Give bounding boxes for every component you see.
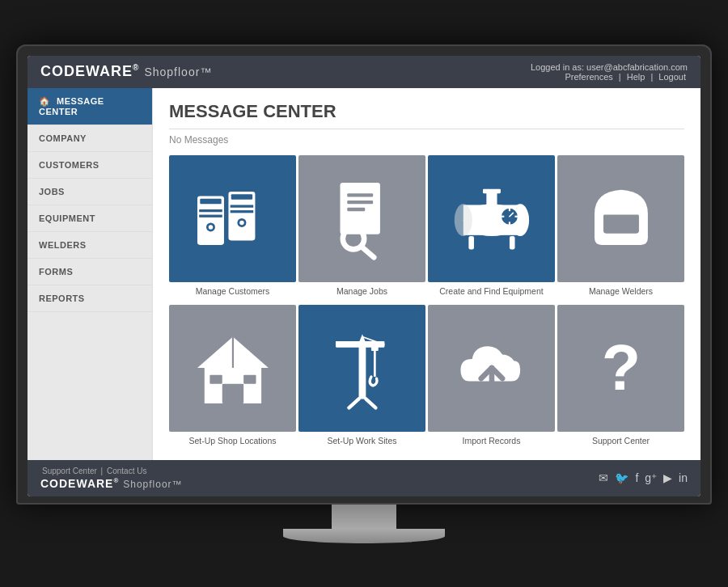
tile-label-import-records: Import Records <box>463 436 521 446</box>
svg-rect-22 <box>486 192 497 206</box>
equipment-icon <box>447 174 536 263</box>
contact-us-link[interactable]: Contact Us <box>107 467 146 475</box>
sidebar-item-equipment[interactable]: EQUIPMENT <box>28 205 152 232</box>
tile-setup-work-sites[interactable]: Set-Up Work Sites <box>298 305 425 452</box>
tile-icon-setup-shop-locations <box>169 305 296 432</box>
sidebar-item-company[interactable]: COMPANY <box>28 125 152 152</box>
svg-rect-38 <box>210 375 222 384</box>
svg-point-20 <box>454 204 472 236</box>
tile-label-manage-jobs: Manage Jobs <box>336 286 387 296</box>
svg-rect-15 <box>347 208 365 211</box>
screen-inner: CODEWARE® Shopfloor™ Logged in as: user@… <box>28 56 700 496</box>
svg-marker-47 <box>358 334 366 343</box>
help-link[interactable]: Help <box>627 72 645 82</box>
tile-label-support-center: Support Center <box>592 436 650 446</box>
tile-import-records[interactable]: Import Records <box>428 305 555 452</box>
sidebar-item-welders[interactable]: WELDERS <box>28 232 152 259</box>
tile-label-create-find-equipment: Create and Find Equipment <box>439 286 543 296</box>
shopfloor-label: Shopfloor™ <box>144 65 212 78</box>
footer-brand-name: CODEWARE <box>40 477 113 490</box>
google-plus-icon[interactable]: g⁺ <box>645 471 657 484</box>
tile-manage-welders[interactable]: Manage Welders <box>557 155 684 302</box>
tile-label-manage-welders: Manage Welders <box>589 286 653 296</box>
brand-name: CODEWARE <box>40 63 133 79</box>
footer-links: Support Center | Contact Us <box>40 467 183 475</box>
building-icon <box>188 323 277 412</box>
svg-rect-24 <box>468 236 474 249</box>
tile-icon-manage-welders <box>557 155 684 282</box>
folders-icon <box>188 174 277 263</box>
twitter-icon[interactable]: 🐦 <box>615 471 629 484</box>
svg-rect-40 <box>358 341 366 399</box>
sidebar-item-customers[interactable]: CUSTOMERS <box>28 152 152 179</box>
svg-rect-7 <box>231 194 252 200</box>
crane-icon <box>318 323 407 412</box>
tile-setup-shop-locations[interactable]: Set-Up Shop Locations <box>169 305 296 452</box>
svg-rect-23 <box>483 189 501 193</box>
svg-rect-1 <box>200 199 221 205</box>
tile-icon-import-records <box>428 305 555 432</box>
sidebar-item-forms[interactable]: FORMS <box>28 259 152 285</box>
top-right-area: Logged in as: user@abcfabrication.com Pr… <box>531 62 688 82</box>
footer-left: Support Center | Contact Us CODEWARE® Sh… <box>40 467 183 490</box>
facebook-icon[interactable]: f <box>635 471 638 484</box>
tile-support-center[interactable]: ? Support Center <box>557 305 684 452</box>
support-center-link[interactable]: Support Center <box>42 467 97 475</box>
svg-line-17 <box>361 247 373 257</box>
page-title: MESSAGE CENTER <box>169 101 684 129</box>
monitor-base <box>283 529 445 543</box>
svg-rect-32 <box>603 213 639 233</box>
preferences-link[interactable]: Preferences <box>565 72 612 82</box>
youtube-icon[interactable]: ▶ <box>663 471 672 484</box>
home-icon: 🏠 <box>39 96 51 106</box>
svg-rect-25 <box>509 236 514 249</box>
tile-icon-support-center: ? <box>557 305 684 432</box>
svg-point-9 <box>239 221 243 225</box>
top-bar: CODEWARE® Shopfloor™ Logged in as: user@… <box>28 56 700 88</box>
footer-brand: CODEWARE® Shopfloor™ <box>40 477 183 490</box>
svg-rect-43 <box>370 347 378 351</box>
svg-rect-33 <box>601 208 640 215</box>
svg-line-45 <box>349 399 358 408</box>
svg-rect-10 <box>230 205 253 208</box>
logout-link[interactable]: Logout <box>658 72 686 82</box>
svg-text:?: ? <box>601 332 640 403</box>
top-nav-links: Preferences | Help | Logout <box>531 72 688 82</box>
monitor-screen: CODEWARE® Shopfloor™ Logged in as: user@… <box>16 44 712 505</box>
svg-line-46 <box>366 399 375 408</box>
question-icon: ? <box>577 323 666 412</box>
tile-icon-manage-jobs <box>298 155 425 282</box>
footer: Support Center | Contact Us CODEWARE® Sh… <box>28 460 700 496</box>
footer-social-icons: ✉ 🐦 f g⁺ ▶ in <box>599 471 688 484</box>
svg-rect-36 <box>222 384 243 403</box>
tile-create-find-equipment[interactable]: Create and Find Equipment <box>428 155 555 302</box>
email-icon[interactable]: ✉ <box>599 471 608 484</box>
footer-shopfloor-label: Shopfloor™ <box>123 479 182 490</box>
svg-rect-5 <box>199 215 222 217</box>
tile-manage-jobs[interactable]: Manage Jobs <box>298 155 425 302</box>
sidebar-item-reports[interactable]: REPORTS <box>28 285 152 312</box>
sidebar-item-message-center[interactable]: 🏠 MESSAGE CENTER <box>28 88 152 125</box>
svg-rect-14 <box>347 201 373 204</box>
no-messages-label: No Messages <box>169 134 684 146</box>
svg-rect-42 <box>336 341 353 347</box>
main-content: MESSAGE CENTER No Messages <box>153 88 700 460</box>
tile-grid: Manage Customers <box>169 155 684 452</box>
user-email: user@abcfabrication.com <box>586 62 688 72</box>
svg-point-3 <box>208 225 212 229</box>
monitor-neck <box>332 505 396 529</box>
tile-icon-manage-customers <box>169 155 296 282</box>
linkedin-icon[interactable]: in <box>679 471 688 484</box>
sidebar-item-jobs[interactable]: JOBS <box>28 179 152 205</box>
tile-icon-setup-work-sites <box>298 305 425 432</box>
sidebar: 🏠 MESSAGE CENTER COMPANY CUSTOMERS JOBS … <box>28 88 153 460</box>
document-search-icon <box>318 174 407 263</box>
logged-in-label: Logged in as: <box>531 62 584 72</box>
tile-icon-create-find-equipment <box>428 155 555 282</box>
tile-manage-customers[interactable]: Manage Customers <box>169 155 296 302</box>
tile-label-setup-shop-locations: Set-Up Shop Locations <box>189 436 277 446</box>
cloud-upload-icon <box>447 323 536 412</box>
svg-rect-4 <box>199 209 222 212</box>
welder-helmet-icon <box>577 174 666 263</box>
svg-rect-13 <box>347 193 373 196</box>
